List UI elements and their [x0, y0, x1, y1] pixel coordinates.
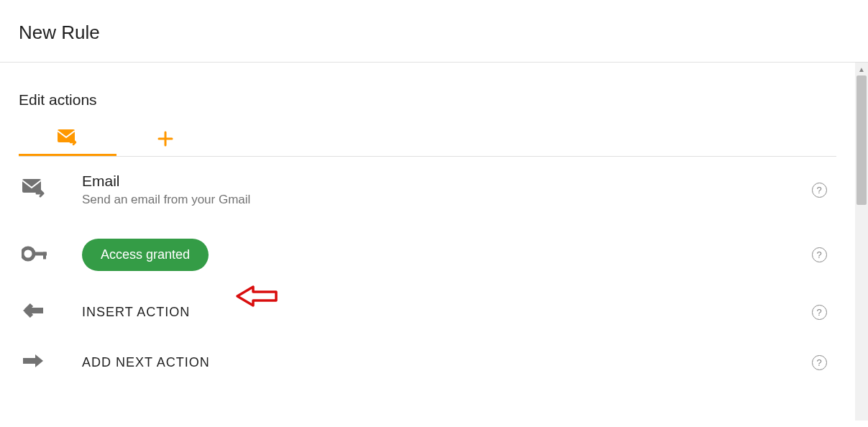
row-access: Access granted ? [19, 223, 836, 287]
svg-rect-6 [29, 308, 43, 313]
row-insert-label: INSERT ACTION [82, 305, 785, 320]
email-forward-icon [57, 128, 78, 148]
tabs-bar [19, 121, 836, 157]
row-addnext-label: ADD NEXT ACTION [82, 355, 785, 370]
section-title: Edit actions [19, 63, 836, 121]
access-granted-button[interactable]: Access granted [82, 239, 209, 271]
row-email: Email Send an email from your Gmail ? [19, 157, 836, 223]
row-access-body: Access granted [82, 239, 785, 271]
email-forward-gray-icon [22, 178, 46, 202]
page-header: New Rule [0, 0, 868, 63]
row-insert-help: ? [802, 305, 836, 320]
row-email-icon-col [19, 178, 65, 202]
row-addnext-icon-col [19, 353, 65, 372]
svg-point-2 [22, 248, 34, 260]
row-email-title: Email [82, 173, 785, 190]
svg-rect-4 [43, 252, 46, 259]
svg-rect-0 [58, 129, 75, 142]
help-icon[interactable]: ? [812, 305, 827, 320]
key-icon [22, 246, 49, 265]
help-icon[interactable]: ? [812, 247, 827, 262]
row-insert-body: INSERT ACTION [82, 305, 785, 320]
row-add-next-action[interactable]: ADD NEXT ACTION ? [19, 337, 836, 387]
row-email-body: Email Send an email from your Gmail [82, 173, 785, 207]
help-icon[interactable]: ? [812, 183, 827, 198]
row-addnext-help: ? [802, 355, 836, 370]
scrollbar[interactable]: ▲ [855, 63, 868, 421]
arrow-right-icon [22, 353, 45, 372]
row-email-help: ? [802, 183, 836, 198]
main-content: Edit actions [0, 63, 855, 421]
scrollbar-thumb[interactable] [856, 75, 867, 205]
svg-rect-1 [22, 179, 41, 193]
row-insert-icon-col [19, 303, 65, 321]
help-icon[interactable]: ? [812, 355, 827, 370]
row-email-subtitle: Send an email from your Gmail [82, 193, 785, 207]
row-insert-action[interactable]: INSERT ACTION ? [19, 287, 836, 337]
plus-icon [157, 131, 173, 147]
tab-add-action[interactable] [117, 121, 214, 156]
scrollbar-up-arrow[interactable]: ▲ [855, 63, 868, 75]
tab-email-action[interactable] [19, 121, 117, 156]
svg-rect-8 [23, 358, 37, 364]
row-addnext-body: ADD NEXT ACTION [82, 355, 785, 370]
page-title: New Rule [19, 22, 849, 44]
row-access-help: ? [802, 247, 836, 262]
arrow-left-icon [22, 303, 45, 321]
row-access-icon-col [19, 246, 65, 265]
content-wrapper: Edit actions [0, 63, 868, 421]
